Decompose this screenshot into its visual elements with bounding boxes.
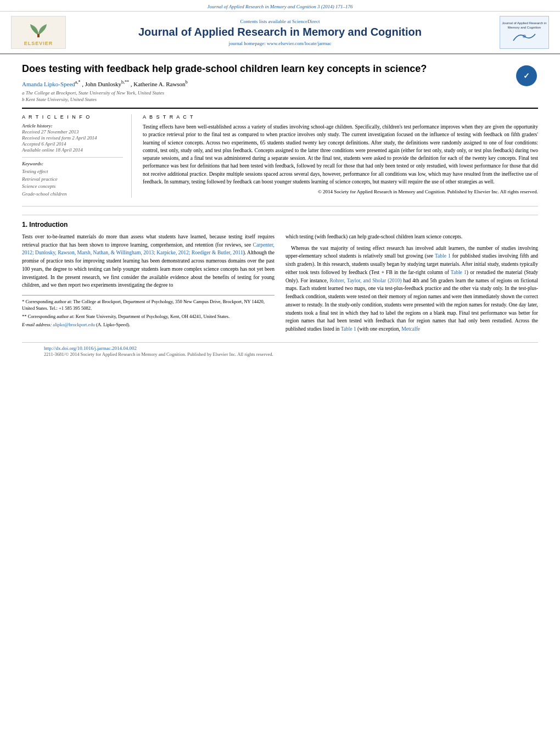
crossmark-icon: ✓ [516,65,537,86]
email-label: E-mail address: [22,322,52,327]
body-text-right: which testing (with feedback) can help g… [285,233,538,333]
abstract-text: Testing effects have been well-establish… [143,123,538,186]
article-history: Article history: Received 27 November 20… [22,123,123,153]
abstract-copyright: © 2014 Society for Applied Research in M… [143,189,538,194]
abstract-column: A B S T R A C T Testing effects have bee… [143,114,538,198]
keyword-4: Grade-school children [22,191,123,198]
article-content: Does testing with feedback help grade-sc… [0,54,560,365]
article-info-heading: A R T I C L E I N F O [22,114,123,120]
svg-rect-1 [37,34,40,37]
journal-logo-text: Journal of Applied Research inMemory and… [502,21,546,30]
doi-link[interactable]: http://dx.doi.org/10.1016/j.jarmac.2014.… [44,345,516,351]
page: Journal of Applied Research in Memory an… [0,0,560,365]
keyword-2: Retrieval practice [22,176,123,183]
author-lipko-speed: Amanda Lipko-Speed [22,81,75,87]
table1-link-1[interactable]: Table 1 [435,253,451,259]
elsevier-logo: ELSEVIER [11,16,66,49]
footnote-1: * Corresponding author at: The College a… [22,299,275,312]
issn-line: 2211-3681/© 2014 Society for Applied Res… [44,352,273,357]
accepted-date: Accepted 6 April 2014 [22,141,123,147]
body-two-col: Tests over to-be-learned materials do mo… [22,233,538,337]
article-title-section: Does testing with feedback help grade-sc… [22,63,538,109]
available-date: Available online 18 April 2014 [22,147,123,153]
elsevier-logo-container: ELSEVIER [11,16,66,49]
article-authors: Amanda Lipko-Speeda,* , John Dunloskyb,*… [22,80,511,87]
footnotes-section: * Corresponding author at: The College a… [22,295,275,328]
crossmark-badge[interactable]: ✓ [516,65,538,87]
affiliations: a The College at Brockport, State Univer… [22,90,511,102]
journal-logo-right: Journal of Applied Research inMemory and… [500,16,549,49]
journal-top-bar: Journal of Applied Research in Memory an… [0,0,560,12]
affiliation-a: a The College at Brockport, State Univer… [22,90,511,96]
journal-header: ELSEVIER Contents lists available at Sci… [0,12,560,54]
ref-metcalfe-link[interactable]: Metcalfe [401,326,420,332]
author-rawson: , Katherine A. Rawson [131,81,186,87]
elsevier-tree-icon [19,19,58,41]
body-text-left: Tests over to-be-learned materials do mo… [22,233,275,289]
affiliation-b: b Kent State University, United States [22,97,511,102]
author-dunlosky: , John Dunlosky [82,81,121,87]
author-sup-1: a,* [75,80,81,85]
ref-rohrer-link[interactable]: Rohrer, Taylor, and Sholar (2010) [329,278,401,283]
keyword-3: Science concepts [22,183,123,191]
body-para-right-2: Whereas the vast majority of testing eff… [285,244,538,333]
revised-date: Received in revised form 2 April 2014 [22,135,123,141]
journal-logo-graphic [511,30,538,43]
body-para-1: Tests over to-be-learned materials do mo… [22,233,275,289]
article-title: Does testing with feedback help grade-sc… [22,63,511,75]
footnote-2: ** Corresponding author at: Kent State U… [22,314,275,320]
footnote-email-suffix: (A. Lipko-Speed). [96,322,130,327]
journal-citation: Journal of Applied Research in Memory an… [208,4,353,9]
table1-link-3[interactable]: Table 1 [341,326,356,332]
footnote-email-link[interactable]: alipko@brockport.edu [53,322,95,327]
journal-title-section: Contents lists available at ScienceDirec… [66,19,494,46]
sciencedirect-label: Contents lists available at ScienceDirec… [66,19,494,24]
article-info-abstract-section: A R T I C L E I N F O Article history: R… [22,114,538,207]
journal-logo-right-container: Journal of Applied Research inMemory and… [494,16,549,49]
keywords-title: Keywords: [22,161,123,166]
table1-link-2[interactable]: Table 1 [451,270,467,275]
keyword-1: Testing effect [22,168,123,176]
history-title: Article history: [22,123,123,129]
footnote-email: E-mail address: alipko@brockport.edu (A.… [22,322,275,328]
article-info-column: A R T I C L E I N F O Article history: R… [22,114,132,198]
author-sup-2: b,** [121,80,129,85]
author-sup-3: b [186,80,188,85]
body-left-col: Tests over to-be-learned materials do mo… [22,233,275,337]
journal-title: Journal of Applied Research in Memory an… [66,25,494,38]
section1-heading: 1. Introduction [22,221,538,228]
body-para-right-1: which testing (with feedback) can help g… [285,233,538,241]
svg-point-2 [523,35,526,38]
received-date: Received 27 November 2013 [22,129,123,135]
ref-link-1[interactable]: Carpenter, 2012; Dunlosky, Rawson, Marsh… [22,242,275,256]
elsevier-wordmark: ELSEVIER [24,41,53,46]
keywords-section: Keywords: Testing effect Retrieval pract… [22,157,123,198]
article-title-text: Does testing with feedback help grade-sc… [22,63,511,102]
abstract-heading: A B S T R A C T [143,114,538,120]
journal-homepage: journal homepage: www.elsevier.com/locat… [66,41,494,46]
sciencedirect-link[interactable]: ScienceDirect [292,19,320,24]
bottom-bar: http://dx.doi.org/10.1016/j.jarmac.2014.… [22,342,538,360]
body-right-col: which testing (with feedback) can help g… [285,233,538,337]
journal-homepage-link[interactable]: www.elsevier.com/locate/jarmac [267,41,331,46]
section-divider [22,215,538,215]
